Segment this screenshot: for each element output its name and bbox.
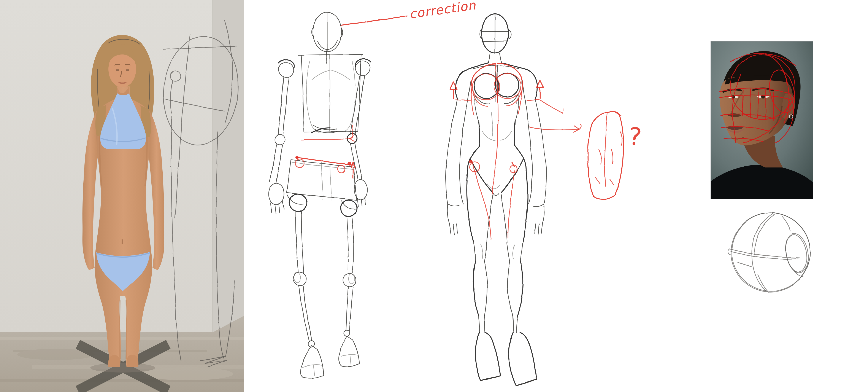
muscle-red-corrections: ? <box>450 63 643 239</box>
muscle-figure-legs <box>467 171 536 386</box>
skeleton-right-foot <box>339 336 360 367</box>
model-shadow <box>90 363 155 372</box>
skeleton-head <box>312 12 343 63</box>
art-critique-canvas: correction <box>0 0 868 392</box>
right-asis-circle <box>510 165 517 173</box>
muscle-figure-drawing: ? <box>438 11 646 392</box>
reference-photo <box>0 0 244 392</box>
left-up-arrow <box>450 82 470 100</box>
skeleton-red-corrections <box>296 125 355 179</box>
skeleton-left-foot <box>301 346 323 379</box>
sphere-drawing <box>728 213 811 292</box>
skeleton-ribcage <box>298 55 363 133</box>
skeleton-drawing <box>266 9 400 392</box>
right-up-arrow <box>527 80 563 114</box>
sphere-equator <box>730 249 800 259</box>
skeleton-legs <box>293 211 360 379</box>
elbow-level-line <box>301 139 341 140</box>
portrait-photo <box>711 41 813 199</box>
skeleton-pelvis <box>287 160 357 216</box>
deltoid-study-sketch <box>588 112 623 200</box>
arrow-to-deltoid-study <box>529 124 581 132</box>
left-sartorius-line <box>472 163 491 239</box>
muscle-left-foot <box>475 332 500 381</box>
right-hip-point-circle <box>338 165 345 173</box>
muscle-figure-torso <box>473 65 519 146</box>
skeleton-left-hand <box>269 183 284 214</box>
muscle-right-foot <box>508 332 536 386</box>
sphere-study-sketch <box>726 203 816 300</box>
muscle-figure-head <box>464 14 529 71</box>
question-mark-text: ? <box>628 122 643 151</box>
